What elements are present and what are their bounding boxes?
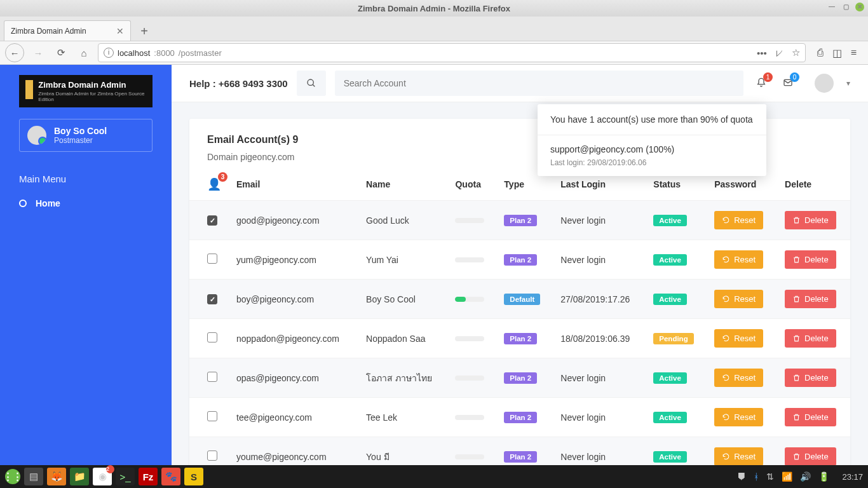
tab-close-icon[interactable]: ✕ xyxy=(116,26,124,36)
bulk-user-icon[interactable]: 👤3 xyxy=(207,177,221,191)
search-input[interactable] xyxy=(344,78,735,88)
row-checkbox[interactable] xyxy=(207,254,217,264)
url-port: :8000 xyxy=(154,48,175,58)
window-minimize-icon[interactable]: — xyxy=(827,3,836,11)
taskbar-files-icon[interactable]: ▤ xyxy=(24,468,43,485)
delete-account-button[interactable]: Delete xyxy=(785,211,836,229)
cell-lastlogin: Never login xyxy=(553,398,646,437)
cell-quota xyxy=(447,358,496,398)
taskbar-filezilla-icon[interactable]: Fz xyxy=(139,468,158,485)
cell-email: youme@pigeoncy.com xyxy=(229,437,358,465)
taskbar-nemo-icon[interactable]: 📁 xyxy=(70,468,89,485)
taskbar-sublime-icon[interactable]: S xyxy=(184,468,203,485)
url-bar[interactable]: i localhost:8000/postmaster ••• ⩗ ☆ xyxy=(98,43,806,62)
status-badge: Active xyxy=(653,215,687,226)
status-badge: Pending xyxy=(653,333,693,344)
taskbar-firefox-icon[interactable]: 🦊 xyxy=(47,468,66,485)
tray-battery-icon[interactable]: 🔋 xyxy=(818,471,829,482)
sidebar-toggle-icon[interactable]: ◫ xyxy=(832,47,842,59)
notif-item[interactable]: support@pigeoncy.com (100%) Last login: … xyxy=(538,135,766,176)
cell-email: opas@pigeoncy.com xyxy=(229,358,358,398)
nav-reload-button[interactable]: ⟳ xyxy=(52,44,70,62)
taskbar-app-icon[interactable]: 🐾 xyxy=(161,468,180,485)
search-button[interactable] xyxy=(297,71,326,96)
delete-account-button[interactable]: Delete xyxy=(785,290,836,308)
row-checkbox[interactable] xyxy=(207,451,217,461)
browser-tab[interactable]: Zimbra Domain Admin ✕ xyxy=(4,20,131,41)
notifications-dropdown: You have 1 account(s) use more than 90% … xyxy=(538,104,766,176)
tray-clock[interactable]: 23:17 xyxy=(842,472,863,482)
tray-shield-icon[interactable]: ⛊ xyxy=(737,471,746,482)
nav-home-button[interactable]: ⌂ xyxy=(75,44,93,62)
delete-account-button[interactable]: Delete xyxy=(785,250,836,269)
tray-network-icon[interactable]: ⇅ xyxy=(766,471,774,482)
browser-tabstrip: Zimbra Domain Admin ✕ + xyxy=(0,17,868,41)
cell-name: Boy So Cool xyxy=(358,280,447,319)
window-close-icon[interactable]: ✕ xyxy=(855,3,864,11)
library-icon[interactable]: ⎙ xyxy=(817,47,824,59)
table-row: boy@pigeoncy.comBoy So CoolDefault27/08/… xyxy=(189,280,850,319)
sidebar-item-home[interactable]: Home xyxy=(0,191,172,216)
reset-password-button[interactable]: Reset xyxy=(714,290,763,308)
type-badge: Plan 2 xyxy=(504,451,537,463)
window-maximize-icon[interactable]: ▢ xyxy=(841,3,850,11)
messages-button[interactable]: 0 xyxy=(779,76,797,91)
bookmark-star-icon[interactable]: ☆ xyxy=(792,47,800,58)
reset-password-button[interactable]: Reset xyxy=(714,369,763,387)
search-icon xyxy=(306,78,316,88)
status-badge: Active xyxy=(653,372,687,384)
nav-forward-button[interactable]: → xyxy=(29,44,47,62)
sidebar-user-card[interactable]: Boy So Cool Postmaster xyxy=(19,119,153,152)
start-menu-icon[interactable]: ⋮⋮ xyxy=(5,469,20,484)
sidebar-section-header: Main Menu xyxy=(0,162,172,191)
row-checkbox[interactable] xyxy=(207,332,217,342)
delete-account-button[interactable]: Delete xyxy=(785,408,836,426)
col-email[interactable]: Email xyxy=(229,168,358,201)
row-checkbox[interactable] xyxy=(207,411,217,421)
reset-password-button[interactable]: Reset xyxy=(714,329,763,348)
col-quota[interactable]: Quota xyxy=(447,168,496,201)
reset-password-button[interactable]: Reset xyxy=(714,211,763,229)
cell-quota xyxy=(447,319,496,358)
url-more-icon[interactable]: ••• xyxy=(757,48,767,58)
col-delete[interactable]: Delete xyxy=(777,168,850,201)
cell-lastlogin: Never login xyxy=(553,240,646,280)
col-name[interactable]: Name xyxy=(358,168,447,201)
notif-header: You have 1 account(s) use more than 90% … xyxy=(538,104,766,135)
site-info-icon[interactable]: i xyxy=(104,48,114,58)
new-tab-button[interactable]: + xyxy=(135,22,154,41)
cell-email: boy@pigeoncy.com xyxy=(229,280,358,319)
reset-password-button[interactable]: Reset xyxy=(714,447,763,465)
reset-password-button[interactable]: Reset xyxy=(714,250,763,269)
cell-quota xyxy=(447,201,496,240)
tray-wifi-icon[interactable]: 📶 xyxy=(782,471,792,482)
delete-account-button[interactable]: Delete xyxy=(785,329,836,348)
delete-account-button[interactable]: Delete xyxy=(785,369,836,387)
logo-mark-icon xyxy=(25,80,33,99)
nav-back-button[interactable]: ← xyxy=(5,43,24,62)
tray-volume-icon[interactable]: 🔊 xyxy=(800,471,811,482)
row-checkbox[interactable] xyxy=(207,294,217,304)
type-badge: Default xyxy=(504,294,540,305)
table-row: opas@pigeoncy.comโอภาส ภาษาไทยPlan 2Neve… xyxy=(189,358,850,398)
reset-password-button[interactable]: Reset xyxy=(714,408,763,426)
pocket-icon[interactable]: ⩗ xyxy=(775,48,784,58)
taskbar-chrome-icon[interactable]: ◉2 xyxy=(93,468,112,485)
notif-sub: Last login: 29/08/2019:06.06 xyxy=(550,158,754,167)
status-badge: Active xyxy=(653,294,687,305)
delete-account-button[interactable]: Delete xyxy=(785,447,836,465)
firefox-menu-icon[interactable]: ≡ xyxy=(851,47,857,59)
chevron-down-icon[interactable]: ▾ xyxy=(846,79,850,88)
cell-name: Tee Lek xyxy=(358,398,447,437)
tray-bluetooth-icon[interactable]: ᚼ xyxy=(754,471,759,482)
type-badge: Plan 2 xyxy=(504,333,537,344)
cell-lastlogin: Never login xyxy=(553,437,646,465)
taskbar-terminal-icon[interactable]: >_ xyxy=(116,468,135,485)
os-titlebar: Zimbra Domain Admin - Mozilla Firefox — … xyxy=(0,0,868,17)
row-checkbox[interactable] xyxy=(207,215,217,226)
topbar-avatar[interactable] xyxy=(815,74,834,93)
url-path: /postmaster xyxy=(179,48,222,58)
notifications-button[interactable]: 1 xyxy=(752,76,770,91)
app-topbar: Help : +668 9493 3300 1 0 ▾ xyxy=(172,65,868,102)
row-checkbox[interactable] xyxy=(207,372,217,382)
